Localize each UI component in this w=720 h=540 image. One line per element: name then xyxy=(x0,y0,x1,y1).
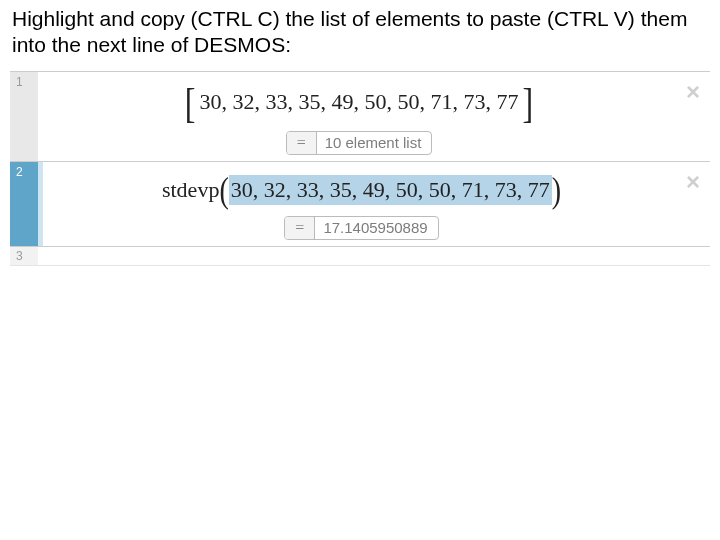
highlighted-values[interactable]: 30, 32, 33, 35, 49, 50, 50, 71, 73, 77 xyxy=(229,175,552,205)
close-paren-icon: ) xyxy=(552,169,561,211)
row-body-1[interactable]: × [ 30, 32, 33, 35, 49, 50, 50, 71, 73, … xyxy=(38,72,710,161)
desmos-list: 1 × [ 30, 32, 33, 35, 49, 50, 50, 71, 73… xyxy=(10,71,710,266)
list-expression[interactable]: [ 30, 32, 33, 35, 49, 50, 50, 71, 73, 77… xyxy=(48,80,670,127)
open-bracket-icon: [ xyxy=(181,77,200,127)
stdev-expression[interactable]: stdevp( 30, 32, 33, 35, 49, 50, 50, 71, … xyxy=(53,170,670,212)
row-number-3: 3 xyxy=(10,247,38,265)
open-paren-icon: ( xyxy=(219,169,228,211)
expression-row-3[interactable]: 3 xyxy=(10,247,710,266)
function-name: stdevp xyxy=(162,177,219,203)
expression-row-1[interactable]: 1 × [ 30, 32, 33, 35, 49, 50, 50, 71, 73… xyxy=(10,72,710,162)
result-text-2: 17.1405950889 xyxy=(315,217,437,239)
close-bracket-icon: ] xyxy=(519,77,538,127)
row-number-2: 2 xyxy=(10,162,38,246)
result-text-1: 10 element list xyxy=(317,132,432,154)
row-number-1: 1 xyxy=(10,72,38,161)
equals-icon: = xyxy=(287,132,317,154)
result-bar-2: = 17.1405950889 xyxy=(53,216,670,240)
close-icon[interactable]: × xyxy=(686,80,700,104)
equals-icon: = xyxy=(285,217,315,239)
expression-row-2[interactable]: 2 × stdevp( 30, 32, 33, 35, 49, 50, 50, … xyxy=(10,162,710,247)
result-bar-1: = 10 element list xyxy=(48,131,670,155)
result-pill-1[interactable]: = 10 element list xyxy=(286,131,433,155)
instruction-text: Highlight and copy (CTRL C) the list of … xyxy=(0,0,720,63)
close-icon[interactable]: × xyxy=(686,170,700,194)
list-values[interactable]: 30, 32, 33, 35, 49, 50, 50, 71, 73, 77 xyxy=(200,89,519,115)
row-body-2[interactable]: × stdevp( 30, 32, 33, 35, 49, 50, 50, 71… xyxy=(43,162,710,246)
result-pill-2[interactable]: = 17.1405950889 xyxy=(284,216,438,240)
